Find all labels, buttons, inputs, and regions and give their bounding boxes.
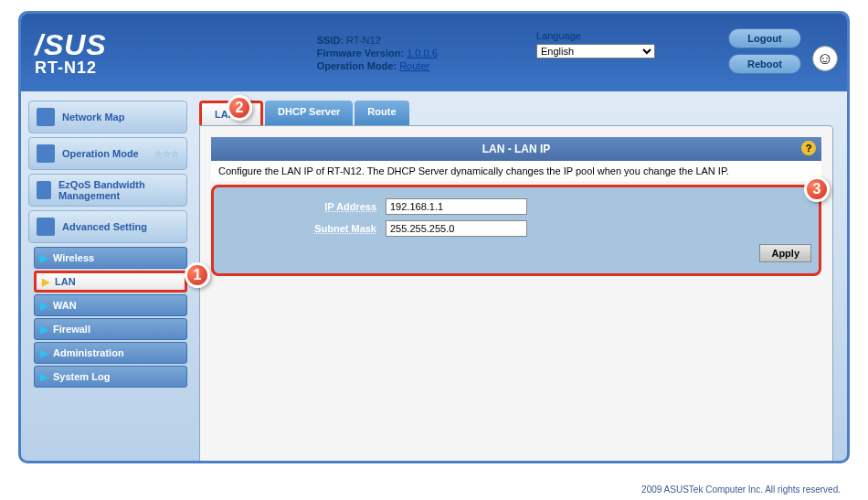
- language-select[interactable]: English: [536, 44, 655, 59]
- brand-logo: /SUS: [35, 28, 107, 62]
- sidebar-item-network-map[interactable]: Network Map: [28, 101, 187, 133]
- reboot-button[interactable]: Reboot: [728, 54, 801, 74]
- annotation-badge-3: 3: [804, 176, 830, 202]
- sidebar-item-advanced[interactable]: Advanced Setting: [28, 210, 187, 243]
- panel: LAN - LAN IP ? Configure the LAN IP of R…: [199, 125, 833, 463]
- form-box: IP Address Subnet Mask Apply: [211, 185, 821, 276]
- sidebar-sub-system-log[interactable]: ▶System Log: [34, 366, 187, 388]
- sidebar-sub-wan[interactable]: ▶WAN: [34, 294, 187, 316]
- sidebar-item-operation-mode[interactable]: Operation Mode☆☆☆: [28, 137, 187, 170]
- header: /SUS RT-N12 SSID: RT-N12 Firmware Versio…: [21, 14, 847, 91]
- firmware-link[interactable]: 1.0.0.6: [407, 48, 438, 59]
- ip-address-input[interactable]: [386, 198, 527, 215]
- advanced-icon: [37, 218, 55, 236]
- language-section: Language English: [536, 30, 655, 59]
- sidebar-sub-lan[interactable]: ▶LAN: [34, 271, 187, 293]
- triangle-icon: ▶: [40, 324, 48, 335]
- footer: 2009 ASUSTek Computer Inc. All rights re…: [641, 484, 841, 495]
- mode-link[interactable]: Router: [399, 60, 429, 71]
- subnet-mask-input[interactable]: [386, 220, 527, 237]
- operation-mode-icon: [37, 144, 55, 163]
- logout-button[interactable]: Logout: [728, 28, 801, 48]
- tab-dhcp-server[interactable]: DHCP Server: [265, 101, 353, 125]
- avatar-icon: ☺: [812, 46, 838, 71]
- content: LAN IP DHCP Server Route LAN - LAN IP ? …: [195, 91, 847, 461]
- network-map-icon: [37, 108, 55, 126]
- logo: /SUS RT-N12: [35, 28, 107, 78]
- sidebar-item-ezqos[interactable]: EzQoS Bandwidth Management: [28, 174, 187, 207]
- panel-description: Configure the LAN IP of RT-N12. The DHCP…: [211, 161, 821, 181]
- panel-title: LAN - LAN IP ?: [211, 137, 821, 161]
- annotation-badge-2: 2: [227, 95, 252, 121]
- sidebar-sub-firewall[interactable]: ▶Firewall: [34, 318, 187, 340]
- header-info: SSID: RT-N12 Firmware Version: 1.0.0.6 O…: [317, 33, 438, 73]
- tabs: LAN IP DHCP Server Route: [199, 101, 833, 125]
- triangle-icon: ▶: [40, 300, 48, 312]
- sidebar: Network Map Operation Mode☆☆☆ EzQoS Band…: [21, 91, 195, 461]
- sidebar-sub-administration[interactable]: ▶Administration: [34, 342, 187, 364]
- ip-address-label: IP Address: [221, 201, 386, 212]
- subnet-mask-label: Subnet Mask: [221, 223, 386, 234]
- triangle-icon: ▶: [40, 371, 48, 383]
- apply-button[interactable]: Apply: [759, 244, 811, 262]
- triangle-icon: ▶: [40, 347, 48, 359]
- model-label: RT-N12: [35, 59, 107, 78]
- sidebar-sub-wireless[interactable]: ▶Wireless: [34, 247, 187, 269]
- ezqos-icon: [37, 181, 51, 199]
- annotation-badge-1: 1: [185, 262, 210, 288]
- tab-route[interactable]: Route: [355, 101, 408, 125]
- triangle-icon: ▶: [42, 276, 49, 288]
- help-icon[interactable]: ?: [801, 141, 816, 155]
- triangle-icon: ▶: [40, 252, 48, 264]
